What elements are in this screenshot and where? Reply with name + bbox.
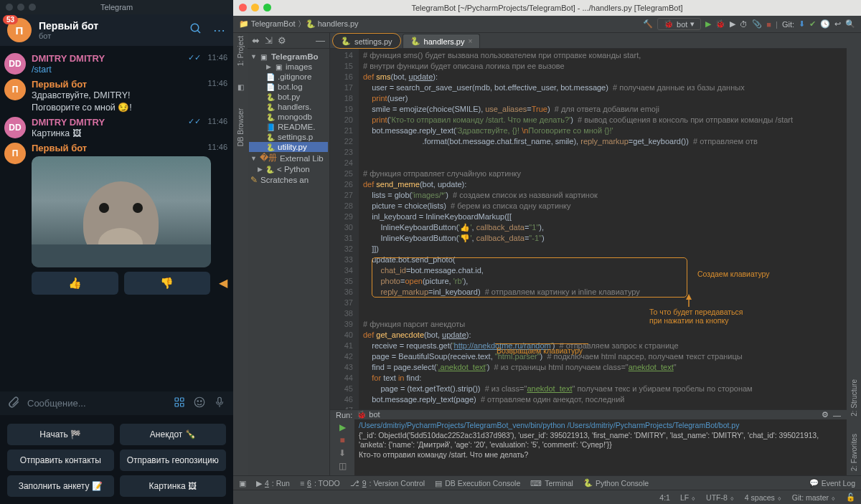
coverage-icon[interactable]: ▶ xyxy=(730,19,735,29)
search-everywhere-icon[interactable]: 🔍 xyxy=(845,19,855,29)
message-user[interactable]: DD DMITRY DMITRY✓✓11:46 /start xyxy=(4,53,227,76)
git-revert-icon[interactable]: ↩ xyxy=(834,19,841,29)
project-tab[interactable]: 1: Project xyxy=(237,36,245,66)
reply-keyboard: Начать 🏁 Анекдот 🍾 Отправить контакты От… xyxy=(0,415,233,504)
bot-avatar[interactable]: 53 П xyxy=(7,18,32,42)
hide-icon[interactable]: — xyxy=(316,35,325,46)
git-commit-icon[interactable]: ✔ xyxy=(809,19,816,29)
breadcrumb[interactable]: 📁 TelegramBot 〉🐍 handlers.py xyxy=(239,19,359,29)
reply-button[interactable]: Картинка 🖼 xyxy=(120,475,227,497)
git-branch[interactable]: Git: master ⬨ xyxy=(792,493,836,502)
db-browser-icon[interactable]: ◧ xyxy=(237,83,244,91)
tool-windows-icon[interactable]: ▣ xyxy=(239,479,246,488)
close-tab-icon[interactable]: × xyxy=(468,37,472,45)
git-pull-icon[interactable]: ⬇ xyxy=(799,19,805,29)
gutter[interactable]: 1415161718192021222324252627282930313233… xyxy=(330,49,359,409)
reply-button[interactable]: Анекдот 🍾 xyxy=(120,424,227,445)
avatar: П xyxy=(4,79,26,100)
zoom-icon[interactable] xyxy=(263,4,271,11)
profile-icon[interactable]: ⏱ xyxy=(740,20,748,29)
message-bot-photo[interactable]: П Первый бот11:46 xyxy=(4,143,227,267)
message-input-bar: Сообщение... xyxy=(0,391,233,415)
tab-handlers[interactable]: 🐍 handlers.py × xyxy=(403,34,481,48)
git-history-icon[interactable]: 🕓 xyxy=(820,19,830,29)
tw-vcs[interactable]: ⎇ 9: Version Control xyxy=(350,479,425,488)
svg-rect-9 xyxy=(218,397,222,403)
photo-attachment[interactable] xyxy=(32,156,211,267)
svg-rect-5 xyxy=(181,404,184,407)
ide-titlebar: TelegramBot [~/PycharmProjects/TelegramB… xyxy=(233,0,861,16)
minimize-icon[interactable] xyxy=(251,4,259,11)
window-title: TelegramBot [~/PycharmProjects/TelegramB… xyxy=(411,4,682,12)
rerun-icon[interactable]: ▶ xyxy=(339,422,346,432)
svg-rect-4 xyxy=(175,404,179,407)
inline-button-like[interactable]: 👍 xyxy=(32,272,118,295)
code-editor[interactable]: 1415161718192021222324252627282930313233… xyxy=(330,49,847,409)
collapse-icon[interactable]: ⬌ xyxy=(252,35,260,46)
indent[interactable]: 4 spaces ⬨ xyxy=(745,493,782,502)
message-user[interactable]: DD DMITRY DMITRY✓✓11:46 Картинка 🖼 xyxy=(4,117,227,140)
tw-pyconsole[interactable]: 🐍 Python Console xyxy=(583,478,649,488)
code-content[interactable]: # функция sms() будет вызвана пользовате… xyxy=(359,49,847,409)
layout-icon[interactable]: ◫ xyxy=(339,461,347,471)
project-tree[interactable]: ▼▣TelegramBo ▶▣images 📄.gitignore 📄bot.l… xyxy=(248,49,329,189)
chat-messages[interactable]: DD DMITRY DMITRY✓✓11:46 /start П Первый … xyxy=(0,46,233,391)
lock-icon[interactable]: 🔓 xyxy=(846,493,855,502)
structure-tab[interactable]: 2: Structure xyxy=(850,379,858,417)
message-input[interactable]: Сообщение... xyxy=(27,398,166,409)
debug-icon[interactable]: 🐞 xyxy=(715,19,725,29)
reply-button[interactable]: Заполнить анкету 📝 xyxy=(7,475,114,497)
db-browser-tab[interactable]: DB Browser xyxy=(237,108,245,146)
tab-settings[interactable]: 🐍 settings.py xyxy=(333,34,400,48)
reply-button[interactable]: Начать 🏁 xyxy=(7,424,114,445)
microphone-icon[interactable] xyxy=(213,396,226,411)
line-sep[interactable]: LF ⬨ xyxy=(680,493,696,502)
svg-line-1 xyxy=(197,30,200,33)
caret-pos[interactable]: 4:1 xyxy=(659,493,670,502)
left-tool-strip: 1: Project ◧ DB Browser xyxy=(233,33,248,475)
attach-icon[interactable] xyxy=(7,396,20,411)
telegram-chat-header[interactable]: 53 П Первый бот бот ⋯ xyxy=(0,14,233,46)
run-tool-window[interactable]: Run: 🐞 bot ⚙ — ▶ ■ ⬇ ◫ 🗑 xyxy=(330,409,847,475)
tw-terminal[interactable]: ⌨ Terminal xyxy=(530,479,573,488)
gear-icon[interactable]: ⚙ xyxy=(278,35,286,46)
gear-icon[interactable]: ⚙ xyxy=(822,410,829,419)
expand-icon[interactable]: ⇲ xyxy=(265,35,273,46)
reply-button[interactable]: Отправить геопозицию xyxy=(120,450,227,471)
run-icon[interactable]: ▶ xyxy=(705,19,711,29)
git-label: Git: xyxy=(782,20,794,29)
tw-run[interactable]: ▶ 4: Run xyxy=(256,479,290,488)
down-icon[interactable]: ⬇ xyxy=(339,448,346,458)
more-icon[interactable]: ⋯ xyxy=(212,23,226,38)
build-icon[interactable]: 🔨 xyxy=(643,19,653,29)
project-tool-window[interactable]: ⬌ ⇲ ⚙ — ▼▣TelegramBo ▶▣images 📄.gitignor… xyxy=(248,33,330,475)
telegram-titlebar: Telegram xyxy=(0,0,233,14)
ide-app: TelegramBot [~/PycharmProjects/TelegramB… xyxy=(233,0,861,504)
hide-icon[interactable]: — xyxy=(833,411,841,419)
stop-icon[interactable]: ■ xyxy=(339,435,344,445)
favorites-tab[interactable]: 2: Favorites xyxy=(850,434,858,471)
tw-todo[interactable]: ≡ 6: TODO xyxy=(300,479,340,488)
reply-button[interactable]: Отправить контакты xyxy=(7,450,114,471)
encoding[interactable]: UTF-8 ⬨ xyxy=(706,493,735,502)
avatar: DD xyxy=(4,53,26,75)
commands-icon[interactable] xyxy=(173,396,186,411)
inline-keyboard: 👍 👎 ◀ xyxy=(32,272,227,295)
svg-point-7 xyxy=(197,401,199,402)
status-bar: 4:1 LF ⬨ UTF-8 ⬨ 4 spaces ⬨ Git: master … xyxy=(233,490,861,504)
inline-button-dislike[interactable]: 👎 xyxy=(124,272,211,295)
run-config-selector[interactable]: 🐞 bot ▾ xyxy=(657,18,701,30)
close-icon[interactable] xyxy=(239,4,247,11)
tw-db[interactable]: ▤ DB Execution Console xyxy=(435,479,520,488)
telegram-window-title: Telegram xyxy=(100,3,133,11)
svg-rect-2 xyxy=(175,398,179,401)
message-bot[interactable]: П Первый бот11:46 Здравствуйте, DMITRY! … xyxy=(4,79,227,114)
svg-point-0 xyxy=(191,24,199,32)
run-output[interactable]: /Users/dmitriy/PycharmProjects/TelegramB… xyxy=(354,419,847,484)
emoji-icon[interactable] xyxy=(193,396,206,411)
stop-icon[interactable]: ■ xyxy=(766,20,771,29)
search-icon[interactable] xyxy=(189,22,203,39)
annotation-arrow-icon: ◀ xyxy=(219,276,227,290)
event-log[interactable]: 💬 Event Log xyxy=(809,478,855,488)
attach-icon[interactable]: 📎 xyxy=(752,19,762,29)
